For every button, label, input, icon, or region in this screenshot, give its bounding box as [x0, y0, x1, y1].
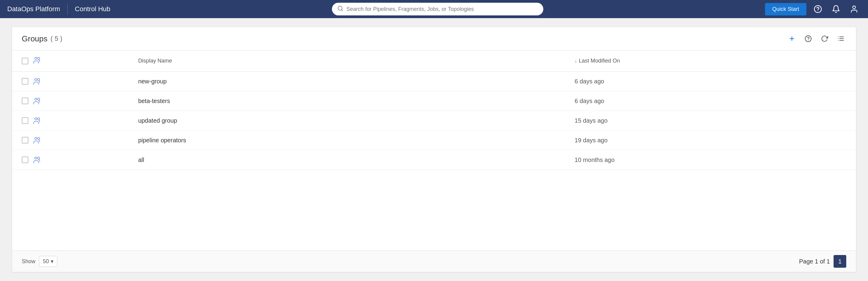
panel-header-actions: +: [786, 33, 846, 44]
group-icon-0: [33, 77, 51, 86]
svg-point-21: [35, 137, 37, 139]
brand-name: DataOps Platform: [7, 5, 67, 13]
help-button[interactable]: [803, 33, 814, 44]
row-modified-4: 10 months ago: [565, 150, 856, 170]
table-body: new-group 6 days ago beta-tester: [12, 72, 856, 170]
row-name-0[interactable]: new-group: [128, 72, 565, 91]
svg-point-24: [37, 157, 39, 159]
panel-title: Groups ( 5 ): [22, 34, 62, 43]
panel-footer: Show 50 ▾ Page 1 of 1 1: [12, 250, 856, 272]
svg-point-4: [852, 6, 855, 9]
table-container: Display Name ↓ Last Modified On: [12, 51, 856, 250]
notifications-icon-button[interactable]: [829, 2, 843, 16]
row-modified-3: 19 days ago: [565, 130, 856, 150]
svg-point-23: [35, 157, 37, 159]
panel-header: Groups ( 5 ) +: [12, 27, 856, 51]
row-name-4[interactable]: all: [128, 150, 565, 170]
svg-point-19: [35, 118, 37, 120]
row-name-1[interactable]: beta-testers: [128, 91, 565, 111]
row-checkbox-2[interactable]: [22, 117, 28, 124]
row-checkbox-1[interactable]: [22, 98, 28, 104]
row-select-cell: [12, 150, 128, 170]
group-icon-1: [33, 97, 51, 105]
search-input[interactable]: [346, 6, 538, 12]
row-select-cell: [12, 91, 128, 111]
search-container: [110, 3, 765, 15]
select-all-checkbox[interactable]: [22, 58, 28, 64]
row-checkbox-0[interactable]: [22, 78, 28, 85]
user-avatar-button[interactable]: [847, 2, 861, 16]
page-text: Page 1 of 1: [799, 258, 830, 265]
table-row: pipeline operators 19 days ago: [12, 130, 856, 150]
group-icon-4: [33, 156, 51, 164]
table-row: all 10 months ago: [12, 150, 856, 170]
svg-point-15: [35, 79, 37, 81]
top-navigation: DataOps Platform Control Hub Quick Start: [0, 0, 868, 18]
svg-point-14: [37, 57, 39, 60]
nav-divider: [67, 4, 68, 14]
filter-button[interactable]: [835, 33, 846, 44]
display-name-label: Display Name: [138, 58, 172, 64]
row-checkbox-4[interactable]: [22, 157, 28, 163]
svg-point-22: [37, 137, 39, 139]
row-checkbox-3[interactable]: [22, 137, 28, 144]
svg-point-18: [37, 98, 39, 100]
show-per-page-select[interactable]: 50 ▾: [39, 256, 57, 267]
groups-panel: Groups ( 5 ) +: [12, 27, 856, 272]
refresh-button[interactable]: [819, 33, 830, 44]
add-group-button[interactable]: +: [786, 33, 797, 44]
th-select-all: [12, 51, 128, 72]
table-row: new-group 6 days ago: [12, 72, 856, 91]
show-section: Show 50 ▾: [22, 256, 57, 267]
show-value: 50: [43, 258, 49, 265]
row-select-cell: [12, 72, 128, 91]
quick-start-button[interactable]: Quick Start: [765, 3, 806, 15]
svg-point-13: [35, 57, 37, 60]
dropdown-chevron-icon: ▾: [51, 258, 54, 265]
row-name-3[interactable]: pipeline operators: [128, 130, 565, 150]
svg-line-1: [342, 9, 343, 10]
sort-arrow-icon: ↓: [575, 58, 577, 64]
page-1-button[interactable]: 1: [834, 255, 846, 268]
svg-point-17: [35, 98, 37, 100]
svg-point-20: [37, 118, 39, 120]
search-box[interactable]: [332, 3, 543, 15]
nav-actions: Quick Start: [765, 2, 861, 16]
th-last-modified[interactable]: ↓ Last Modified On: [565, 51, 856, 72]
search-icon: [337, 5, 343, 13]
row-name-2[interactable]: updated group: [128, 111, 565, 130]
table-header-row: Display Name ↓ Last Modified On: [12, 51, 856, 72]
groups-table: Display Name ↓ Last Modified On: [12, 51, 856, 170]
row-modified-2: 15 days ago: [565, 111, 856, 130]
row-select-cell: [12, 111, 128, 130]
th-display-name[interactable]: Display Name: [128, 51, 565, 72]
row-select-cell: [12, 130, 128, 150]
panel-title-text: Groups: [22, 34, 48, 43]
group-header-icon: [33, 56, 41, 66]
help-icon-button[interactable]: [811, 2, 825, 16]
group-icon-2: [33, 116, 51, 125]
svg-point-16: [37, 79, 39, 81]
last-modified-label: Last Modified On: [579, 58, 620, 64]
row-modified-1: 6 days ago: [565, 91, 856, 111]
hub-name: Control Hub: [75, 5, 110, 13]
pagination-section: Page 1 of 1 1: [799, 255, 846, 268]
row-modified-0: 6 days ago: [565, 72, 856, 91]
main-content: Groups ( 5 ) +: [0, 18, 868, 281]
table-row: beta-testers 6 days ago: [12, 91, 856, 111]
panel-count: ( 5 ): [51, 35, 62, 42]
table-row: updated group 15 days ago: [12, 111, 856, 130]
group-icon-3: [33, 136, 51, 145]
show-label: Show: [22, 258, 35, 265]
